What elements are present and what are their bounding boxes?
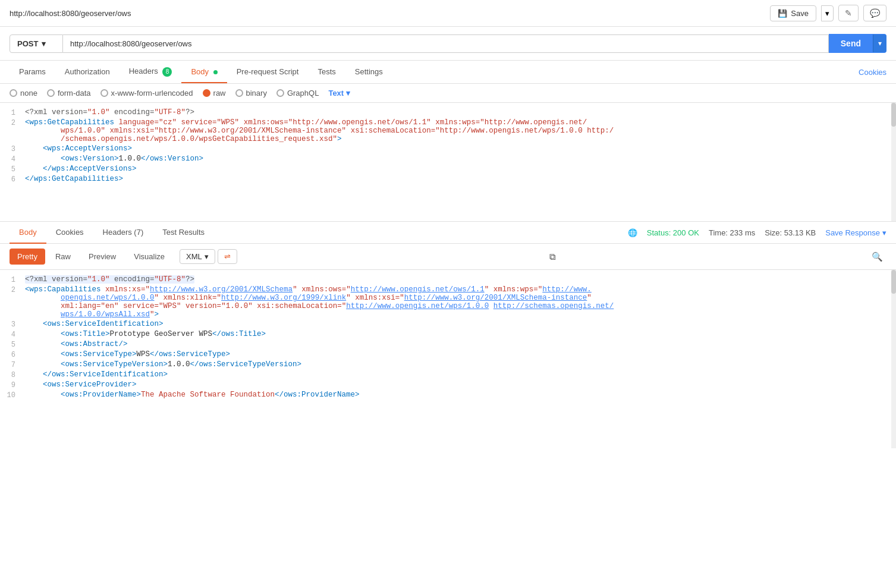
code-line-3: 3 <wps:AcceptVersions> bbox=[0, 144, 896, 154]
method-chevron-icon: ▾ bbox=[42, 39, 46, 48]
send-button[interactable]: Send bbox=[829, 34, 873, 53]
code-line-5: 5 </wps:AcceptVersions> bbox=[0, 164, 896, 174]
comment-icon-button[interactable]: 💬 bbox=[863, 5, 886, 21]
resp-code-line-3: 3 <ows:ServiceIdentification> bbox=[0, 319, 896, 329]
save-response-button[interactable]: Save Response ▾ bbox=[825, 228, 886, 237]
request-code-editor[interactable]: 1 <?xml version="1.0" encoding="UTF-8"?>… bbox=[0, 103, 896, 222]
resp-code-line-8: 8 </ows:ServiceIdentification> bbox=[0, 370, 896, 380]
top-bar-url: http://localhost:8080/geoserver/ows bbox=[10, 9, 131, 18]
request-tabs: Params Authorization Headers 8 Body Pre-… bbox=[0, 61, 896, 84]
radio-form-data bbox=[47, 89, 55, 97]
resp-code-line-1: 1 <?xml version="1.0" encoding="UTF-8"?> bbox=[0, 275, 896, 285]
send-button-group: Send ▾ bbox=[829, 34, 886, 53]
response-status-bar: 🌐 Status: 200 OK Time: 233 ms Size: 53.1… bbox=[628, 228, 886, 237]
xml-chevron-icon: ▾ bbox=[205, 252, 209, 261]
resp-code-line-7: 7 <ows:ServiceTypeVersion>1.0.0</ows:Ser… bbox=[0, 360, 896, 370]
format-preview[interactable]: Preview bbox=[81, 249, 124, 265]
method-select[interactable]: POST ▾ bbox=[10, 34, 63, 53]
code-line-2: 2 <wps:GetCapabilities language="cz" ser… bbox=[0, 118, 896, 144]
response-tab-cookies[interactable]: Cookies bbox=[46, 222, 93, 244]
body-type-urlencoded[interactable]: x-www-form-urlencoded bbox=[100, 89, 193, 98]
resp-code-line-5: 5 <ows:Abstract/> bbox=[0, 339, 896, 350]
xml-format-label: XML bbox=[186, 252, 202, 261]
filter-button[interactable]: ⇌ bbox=[218, 249, 237, 264]
radio-none bbox=[10, 89, 17, 97]
save-chevron-button[interactable]: ▾ bbox=[821, 5, 834, 21]
url-input[interactable] bbox=[63, 34, 829, 53]
text-dropdown-chevron-icon: ▾ bbox=[346, 89, 350, 98]
cookies-link[interactable]: Cookies bbox=[859, 68, 886, 77]
format-visualize[interactable]: Visualize bbox=[126, 249, 172, 265]
method-label: POST bbox=[17, 39, 38, 48]
headers-badge: 8 bbox=[162, 67, 172, 77]
request-bar: POST ▾ Send ▾ bbox=[0, 27, 896, 61]
search-button[interactable]: 🔍 bbox=[868, 249, 886, 265]
send-chevron-button[interactable]: ▾ bbox=[873, 34, 886, 52]
response-tab-test-results[interactable]: Test Results bbox=[153, 222, 214, 244]
response-tabs: Body Cookies Headers (7) Test Results 🌐 … bbox=[0, 222, 896, 244]
resp-code-line-9: 9 <ows:ServiceProvider> bbox=[0, 380, 896, 390]
format-bar: Pretty Raw Preview Visualize XML ▾ ⇌ ⧉ 🔍 bbox=[0, 244, 896, 270]
edit-icon-button[interactable]: ✎ bbox=[838, 5, 859, 21]
save-response-chevron-icon: ▾ bbox=[882, 228, 886, 237]
body-type-raw[interactable]: raw bbox=[203, 89, 226, 98]
resp-code-line-2: 2 <wps:Capabilities xmlns:xs="http://www… bbox=[0, 285, 896, 319]
tab-headers[interactable]: Headers 8 bbox=[120, 61, 182, 84]
request-scrollbar[interactable] bbox=[891, 103, 896, 221]
save-icon: 💾 bbox=[778, 9, 787, 18]
tab-tests[interactable]: Tests bbox=[308, 61, 345, 83]
save-response-label: Save Response bbox=[825, 228, 880, 237]
code-line-1: 1 <?xml version="1.0" encoding="UTF-8"?> bbox=[0, 108, 896, 118]
save-button[interactable]: 💾 Save bbox=[770, 5, 816, 21]
response-tab-headers[interactable]: Headers (7) bbox=[93, 222, 153, 244]
resp-code-line-6: 6 <ows:ServiceType>WPS</ows:ServiceType> bbox=[0, 350, 896, 360]
request-scrollbar-thumb bbox=[891, 103, 896, 127]
resp-code-line-4: 4 <ows:Title>Prototype GeoServer WPS</ow… bbox=[0, 329, 896, 339]
tab-settings[interactable]: Settings bbox=[345, 61, 392, 83]
tab-body[interactable]: Body bbox=[181, 61, 227, 83]
resp-code-line-10: 10 <ows:ProviderName>The Apache Software… bbox=[0, 390, 896, 400]
response-code-viewer[interactable]: 1 <?xml version="1.0" encoding="UTF-8"?>… bbox=[0, 270, 896, 448]
response-scrollbar-thumb bbox=[891, 270, 896, 294]
globe-icon: 🌐 bbox=[628, 228, 637, 237]
save-label: Save bbox=[791, 9, 809, 18]
body-type-graphql[interactable]: GraphQL bbox=[276, 89, 319, 98]
response-time: Time: 233 ms bbox=[709, 228, 755, 237]
tab-params[interactable]: Params bbox=[10, 61, 55, 83]
tab-pre-request[interactable]: Pre-request Script bbox=[227, 61, 309, 83]
code-line-4: 4 <ows:Version>1.0.0</ows:Version> bbox=[0, 154, 896, 164]
radio-binary bbox=[235, 89, 243, 97]
body-type-none[interactable]: none bbox=[10, 89, 37, 98]
body-dot bbox=[213, 70, 218, 74]
format-pretty[interactable]: Pretty bbox=[10, 249, 45, 265]
radio-urlencoded bbox=[100, 89, 108, 97]
body-type-form-data[interactable]: form-data bbox=[47, 89, 91, 98]
status-code: Status: 200 OK bbox=[647, 228, 699, 237]
format-raw[interactable]: Raw bbox=[48, 249, 78, 265]
xml-format-select[interactable]: XML ▾ bbox=[180, 249, 215, 264]
tab-authorization[interactable]: Authorization bbox=[55, 61, 120, 83]
response-tab-body[interactable]: Body bbox=[10, 222, 46, 244]
body-type-selector: none form-data x-www-form-urlencoded raw… bbox=[0, 84, 896, 103]
body-type-binary[interactable]: binary bbox=[235, 89, 267, 98]
top-bar-actions: 💾 Save ▾ ✎ 💬 bbox=[770, 5, 886, 21]
response-size: Size: 53.13 KB bbox=[765, 228, 816, 237]
code-line-6: 6 </wps:GetCapabilities> bbox=[0, 174, 896, 184]
response-section: Body Cookies Headers (7) Test Results 🌐 … bbox=[0, 222, 896, 448]
copy-button[interactable]: ⧉ bbox=[546, 249, 559, 265]
radio-raw bbox=[203, 89, 210, 97]
response-scrollbar[interactable] bbox=[891, 270, 896, 448]
radio-graphql bbox=[276, 89, 284, 97]
top-bar: http://localhost:8080/geoserver/ows 💾 Sa… bbox=[0, 0, 896, 27]
text-format-dropdown[interactable]: Text ▾ bbox=[328, 89, 350, 98]
text-format-label: Text bbox=[328, 89, 344, 98]
